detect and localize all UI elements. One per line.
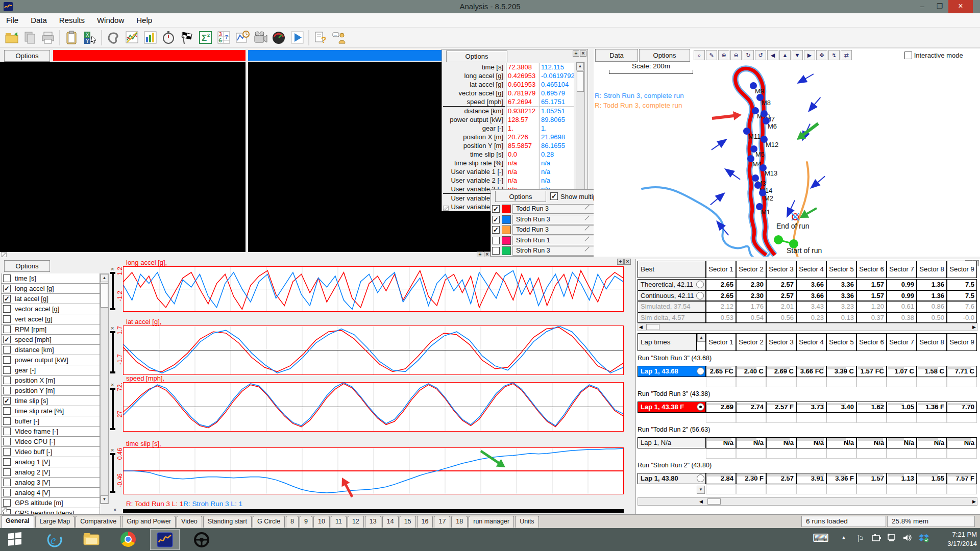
xy-table-icon[interactable]: XY bbox=[81, 29, 99, 46]
data-panel-scrollbar[interactable]: ▲ bbox=[576, 62, 585, 209]
channel-checkbox[interactable] bbox=[3, 377, 11, 384]
dropbox-icon[interactable] bbox=[919, 534, 929, 545]
split-icon[interactable]: ⇄ bbox=[841, 50, 852, 60]
run-name-field[interactable]: Todd Run 3 bbox=[512, 204, 594, 214]
channel-checkbox[interactable]: ✓ bbox=[3, 336, 11, 343]
channel-checkbox[interactable] bbox=[3, 407, 11, 415]
maximize-button[interactable]: ❐ bbox=[931, 0, 948, 13]
tab-12[interactable]: 12 bbox=[348, 516, 364, 528]
chart-plot[interactable] bbox=[123, 447, 624, 494]
tab-video[interactable]: Video bbox=[177, 516, 202, 528]
lap-row-label[interactable]: Lap 1, 43.80 bbox=[638, 473, 706, 484]
run-color-swatch[interactable] bbox=[502, 236, 511, 245]
channel-row[interactable]: ✓lat accel [g] bbox=[1, 294, 100, 304]
data-panel-close-icon[interactable]: × bbox=[580, 51, 586, 57]
channel-checkbox[interactable] bbox=[3, 417, 11, 425]
track-map[interactable]: M9M8M10M7M6M11M12M5M4M13M3M14M2M1Start o… bbox=[594, 62, 980, 257]
channel-checkbox[interactable] bbox=[3, 356, 11, 364]
channel-row[interactable]: RPM [rpm] bbox=[1, 324, 100, 335]
chrome-icon[interactable] bbox=[113, 529, 143, 550]
ie-icon[interactable]: e bbox=[40, 529, 69, 550]
channel-row[interactable]: time [s] bbox=[1, 273, 100, 284]
video-camera-icon[interactable] bbox=[251, 29, 270, 46]
rotate-cw-icon[interactable]: ↻ bbox=[743, 50, 754, 60]
run-visible-checkbox[interactable]: ✓ bbox=[492, 216, 500, 223]
axis-zoom-bar[interactable] bbox=[110, 453, 115, 493]
run-color-swatch[interactable] bbox=[502, 246, 511, 255]
steering-wheel-icon[interactable] bbox=[187, 529, 216, 550]
run-visible-checkbox[interactable]: ✓ bbox=[492, 205, 500, 213]
clipboard-icon[interactable] bbox=[62, 29, 81, 46]
charts-close-icon[interactable]: × bbox=[624, 259, 631, 265]
run-name-field[interactable]: Stroh Run 3 bbox=[512, 246, 594, 256]
tab-15[interactable]: 15 bbox=[400, 516, 416, 528]
lap-hscrollbar[interactable]: ◀ ▶ bbox=[638, 497, 977, 506]
video-options-button[interactable]: Options bbox=[4, 50, 50, 62]
channel-row[interactable]: vector accel [g] bbox=[1, 304, 100, 314]
tab-9[interactable]: 9 bbox=[300, 516, 312, 528]
import-icon[interactable] bbox=[20, 29, 39, 46]
run-color-swatch[interactable] bbox=[502, 226, 511, 234]
lap-scroll-down-icon[interactable]: ▼ bbox=[697, 486, 705, 494]
tab-general[interactable]: General bbox=[1, 515, 34, 528]
clock[interactable]: 7:21 PM 3/17/2014 bbox=[938, 530, 977, 548]
channel-checkbox[interactable]: ✓ bbox=[3, 295, 11, 303]
numbers-grid-icon[interactable]: 367 bbox=[214, 29, 233, 46]
charts-horizontal-scrollbar[interactable] bbox=[123, 509, 624, 513]
channel-checkbox[interactable] bbox=[3, 468, 11, 476]
network-icon[interactable] bbox=[887, 534, 897, 544]
axis-close-icon[interactable]: × bbox=[111, 382, 114, 388]
help-icon[interactable]: ? bbox=[311, 29, 330, 46]
best-hscrollbar[interactable]: ◀ ▶ bbox=[638, 323, 977, 331]
channel-checkbox[interactable] bbox=[3, 479, 11, 486]
lap-scroll-up-icon[interactable]: ▲ bbox=[697, 334, 705, 342]
action-center-flag-icon[interactable]: ⚐ bbox=[856, 534, 864, 544]
sigma-icon[interactable]: Σ2 bbox=[196, 29, 214, 46]
rotate-ccw-icon[interactable]: ↺ bbox=[755, 50, 766, 60]
tab-18[interactable]: 18 bbox=[451, 516, 468, 528]
data-panel-grip[interactable] bbox=[443, 206, 449, 211]
best-row-radio[interactable] bbox=[696, 292, 704, 299]
battery-icon[interactable] bbox=[872, 534, 882, 544]
chart-clock-icon[interactable] bbox=[233, 29, 251, 46]
lap-row-label[interactable]: Lap 1, 43.38 F bbox=[638, 402, 706, 413]
minimize-button[interactable]: – bbox=[914, 0, 931, 13]
channel-checkbox[interactable] bbox=[3, 438, 11, 445]
channel-checkbox[interactable] bbox=[3, 499, 11, 507]
feedback-icon[interactable]: ... bbox=[330, 29, 348, 46]
run-name-field[interactable]: Stroh Run 3 bbox=[512, 215, 594, 224]
run-visible-checkbox[interactable]: ✓ bbox=[492, 226, 500, 234]
line-chart-icon[interactable] bbox=[122, 29, 141, 46]
start-button[interactable] bbox=[0, 529, 30, 550]
channel-row[interactable]: ✓long accel [g] bbox=[1, 284, 100, 294]
lap-row-radio[interactable] bbox=[697, 367, 704, 375]
channel-checkbox[interactable] bbox=[3, 387, 11, 394]
tab-g-circle[interactable]: G Circle bbox=[253, 516, 285, 528]
tab-large-map[interactable]: Large Map bbox=[35, 516, 75, 528]
channel-checkbox[interactable] bbox=[3, 366, 11, 374]
tab-standing-start[interactable]: Standing start bbox=[203, 516, 252, 528]
channel-row[interactable]: analog 4 [V] bbox=[1, 488, 100, 498]
draw-shape-icon[interactable]: ✎ bbox=[706, 50, 717, 60]
marker-right-icon[interactable]: ▶ bbox=[804, 50, 815, 60]
run-color-swatch[interactable] bbox=[502, 215, 511, 224]
zoom-window-icon[interactable]: ⌕ bbox=[694, 50, 705, 60]
charts-move-icon[interactable]: + bbox=[617, 259, 624, 265]
channel-row[interactable]: analog 2 [V] bbox=[1, 467, 100, 478]
channel-checkbox[interactable] bbox=[3, 448, 11, 456]
menu-window[interactable]: Window bbox=[91, 13, 130, 28]
lap-row-radio[interactable] bbox=[697, 474, 704, 482]
marker-down-icon[interactable]: ▼ bbox=[792, 50, 803, 60]
channels-options-button[interactable]: Options bbox=[4, 260, 50, 272]
tab-16[interactable]: 16 bbox=[417, 516, 433, 528]
channel-row[interactable]: vert accel [g] bbox=[1, 314, 100, 324]
zoom-out-icon[interactable]: ⊖ bbox=[730, 50, 742, 60]
channels-scrollbar[interactable]: ▲ ▼ bbox=[100, 273, 109, 504]
channel-row[interactable]: power output [kW] bbox=[1, 355, 100, 365]
chart-plot[interactable] bbox=[123, 266, 624, 312]
stopwatch-icon[interactable] bbox=[159, 29, 178, 46]
channel-row[interactable]: ✓time slip [s] bbox=[1, 396, 100, 406]
x-axis-close-icon[interactable]: × bbox=[113, 507, 116, 513]
pan-icon[interactable]: ✥ bbox=[816, 50, 827, 60]
channel-checkbox[interactable] bbox=[3, 305, 11, 313]
